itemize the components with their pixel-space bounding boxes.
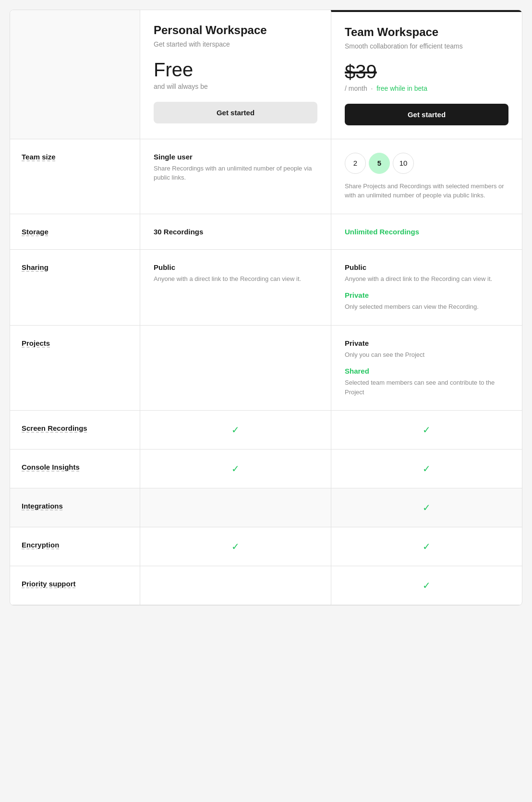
feature-label-text-console-insights: Console Insights — [22, 463, 80, 471]
personal-console-insights-check: ✓ — [231, 463, 240, 474]
personal-plan-price-sub: and will always be — [154, 83, 317, 90]
feature-row-console-insights: Console Insights ✓ ✓ — [10, 450, 522, 488]
team-plan-desc: Smooth collaboration for efficient teams — [345, 42, 508, 51]
team-sharing-private-text: Only selected members can view the Recor… — [345, 302, 508, 312]
feature-label-storage: Storage — [10, 214, 140, 249]
feature-row-projects: Projects Private Only you can see the Pr… — [10, 326, 522, 411]
feature-label-text-integrations: Integrations — [22, 502, 63, 510]
personal-storage-value: 30 Recordings — [154, 228, 317, 236]
team-team-size-cell: 2 5 10 Share Projects and Recordings wit… — [331, 139, 522, 214]
member-btn-10[interactable]: 10 — [393, 153, 414, 174]
personal-priority-support-cell — [140, 566, 331, 605]
team-plan-beta-label: free while in beta — [376, 85, 427, 92]
feature-label-sharing: Sharing — [10, 250, 140, 325]
personal-console-insights-cell: ✓ — [140, 450, 331, 488]
team-sharing-cell: Public Anyone with a direct link to the … — [331, 250, 522, 325]
team-encryption-check: ✓ — [423, 541, 431, 552]
personal-integrations-cell — [140, 488, 331, 527]
feature-row-screen-recordings: Screen Recordings ✓ ✓ — [10, 411, 522, 450]
feature-label-console-insights: Console Insights — [10, 450, 140, 488]
feature-row-sharing: Sharing Public Anyone with a direct link… — [10, 250, 522, 326]
team-plan-header: Team Workspace Smooth collaboration for … — [331, 10, 522, 139]
team-projects-private-title: Private — [345, 339, 508, 347]
personal-sharing-title: Public — [154, 263, 317, 271]
team-plan-price-beta-row: / month · free while in beta — [345, 85, 508, 92]
feature-label-projects: Projects — [10, 326, 140, 411]
personal-plan-header: Personal Workspace Get started with iter… — [140, 10, 331, 139]
feature-label-text-encryption: Encryption — [22, 541, 59, 549]
feature-row-storage: Storage 30 Recordings Unlimited Recordin… — [10, 214, 522, 250]
team-integrations-cell: ✓ — [331, 488, 522, 527]
feature-label-screen-recordings: Screen Recordings — [10, 411, 140, 449]
feature-row-integrations: Integrations ✓ — [10, 488, 522, 527]
team-integrations-check: ✓ — [423, 502, 431, 513]
personal-screen-recordings-check: ✓ — [231, 424, 240, 436]
personal-screen-recordings-cell: ✓ — [140, 411, 331, 449]
team-projects-private-text: Only you can see the Project — [345, 350, 508, 360]
personal-plan-desc: Get started with iterspace — [154, 40, 317, 49]
feature-label-integrations: Integrations — [10, 488, 140, 527]
member-btn-5[interactable]: 5 — [369, 153, 390, 174]
team-plan-price-period: / month — [345, 85, 367, 92]
personal-encryption-cell: ✓ — [140, 527, 331, 566]
feature-label-team-size: Team size — [10, 139, 140, 214]
team-screen-recordings-check: ✓ — [423, 424, 431, 436]
feature-label-encryption: Encryption — [10, 527, 140, 566]
feature-label-text-storage: Storage — [22, 228, 48, 236]
team-plan-name: Team Workspace — [345, 25, 508, 39]
feature-label-text-projects: Projects — [22, 339, 50, 347]
feature-label-priority-support: Priority support — [10, 566, 140, 605]
personal-projects-cell — [140, 326, 331, 411]
header-empty-cell — [10, 10, 140, 139]
team-sharing-public-title: Public — [345, 263, 508, 271]
feature-row-priority-support: Priority support ✓ — [10, 566, 522, 605]
team-sharing-public-text: Anyone with a direct link to the Recordi… — [345, 274, 508, 284]
team-priority-support-cell: ✓ — [331, 566, 522, 605]
personal-sharing-cell: Public Anyone with a direct link to the … — [140, 250, 331, 325]
team-get-started-button[interactable]: Get started — [345, 104, 508, 125]
personal-plan-name: Personal Workspace — [154, 24, 317, 37]
team-storage-cell: Unlimited Recordings — [331, 214, 522, 249]
team-screen-recordings-cell: ✓ — [331, 411, 522, 449]
team-plan-price-wrapper: $39 — [345, 61, 508, 83]
members-selector: 2 5 10 — [345, 153, 508, 174]
team-storage-value: Unlimited Recordings — [345, 228, 508, 236]
personal-sharing-text: Anyone with a direct link to the Recordi… — [154, 274, 317, 284]
team-console-insights-cell: ✓ — [331, 450, 522, 488]
personal-encryption-check: ✓ — [231, 541, 240, 552]
team-projects-shared-text: Selected team members can see and contri… — [345, 378, 508, 397]
personal-team-size-text: Share Recordings with an unlimited numbe… — [154, 164, 317, 182]
personal-team-size-cell: Single user Share Recordings with an unl… — [140, 139, 331, 214]
team-projects-cell: Private Only you can see the Project Sha… — [331, 326, 522, 411]
personal-plan-price: Free — [154, 59, 317, 81]
feature-row-team-size: Team size Single user Share Recordings w… — [10, 139, 522, 214]
feature-row-encryption: Encryption ✓ ✓ — [10, 527, 522, 566]
feature-label-text-team-size: Team size — [22, 153, 56, 161]
team-console-insights-check: ✓ — [423, 463, 431, 474]
team-sharing-private-title: Private — [345, 291, 508, 299]
team-encryption-cell: ✓ — [331, 527, 522, 566]
personal-get-started-button[interactable]: Get started — [154, 102, 317, 123]
pricing-table: Personal Workspace Get started with iter… — [10, 10, 522, 606]
header-row: Personal Workspace Get started with iter… — [10, 10, 522, 139]
team-plan-price-strikethrough: $39 — [345, 61, 377, 82]
feature-label-text-priority-support: Priority support — [22, 580, 76, 588]
team-projects-shared-title: Shared — [345, 367, 508, 375]
team-team-size-text: Share Projects and Recordings with selec… — [345, 182, 508, 200]
team-priority-support-check: ✓ — [423, 580, 431, 591]
personal-team-size-title: Single user — [154, 153, 317, 161]
member-btn-2[interactable]: 2 — [345, 153, 366, 174]
feature-label-text-screen-recordings: Screen Recordings — [22, 424, 87, 432]
feature-label-text-sharing: Sharing — [22, 263, 48, 271]
personal-storage-cell: 30 Recordings — [140, 214, 331, 249]
